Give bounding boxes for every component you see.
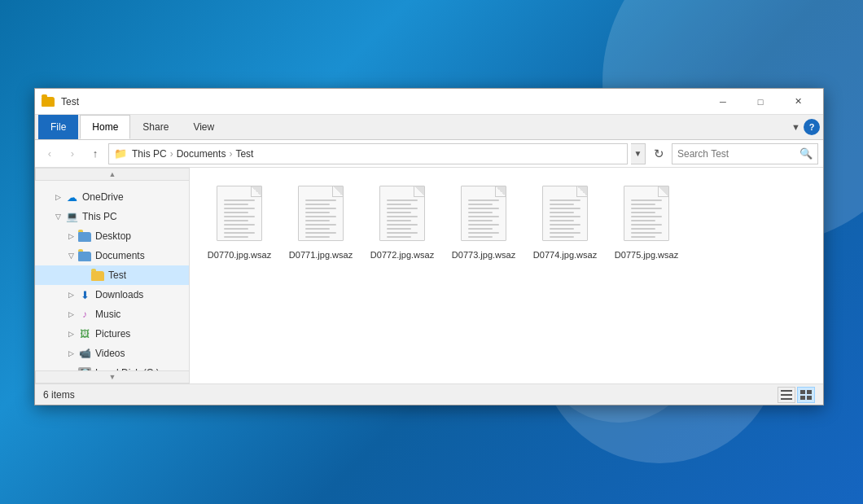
tab-home[interactable]: Home [80,115,130,139]
scroll-up-arrow[interactable]: ▲ [35,168,190,181]
file-item[interactable]: D0775.jpg.wsaz [610,181,683,265]
search-icon[interactable]: 🔍 [799,147,813,160]
music-label: Music [95,309,120,320]
desktop-icon [77,230,92,243]
tab-file[interactable]: File [38,115,78,139]
desktop-expand-arrow: ▷ [64,232,77,240]
back-button[interactable]: ‹ [40,144,59,164]
sidebar-item-videos[interactable]: ▷ 📹 Videos [35,344,189,363]
status-item-count: 6 items [43,389,778,401]
file-lines [631,199,662,240]
file-item[interactable]: D0770.jpg.wsaz [203,181,276,265]
svg-rect-2 [781,398,792,400]
file-name: D0770.jpg.wsaz [208,249,271,261]
details-icon [781,390,792,400]
downloads-icon: ⬇ [77,288,92,301]
window-icon [42,95,55,108]
file-lines [468,199,499,240]
file-icon [213,186,265,246]
file-item[interactable]: D0771.jpg.wsaz [284,181,357,265]
sidebar-item-documents[interactable]: ▽ Documents [35,246,189,265]
test-icon [90,269,105,282]
tab-view[interactable]: View [181,115,226,139]
refresh-button[interactable]: ↻ [649,144,668,164]
title-bar: Test ─ □ ✕ [35,89,823,115]
onedrive-expand-arrow: ▷ [51,193,64,201]
file-name: D0774.jpg.wsaz [533,249,597,261]
minimize-button[interactable]: ─ [704,89,742,115]
documents-icon [77,249,92,262]
file-icon [539,186,591,246]
path-sep-1: › [170,148,173,160]
scroll-down-arrow[interactable]: ▼ [35,370,190,383]
file-icon [295,186,347,246]
file-page [298,186,344,241]
help-button[interactable]: ? [804,119,820,135]
videos-label: Videos [95,348,125,359]
sidebar-item-pictures[interactable]: ▷ 🖼 Pictures [35,324,189,344]
sidebar: ▲ ▷ ☁ OneDrive ▽ 💻 This PC ▷ Desktop [35,168,190,383]
forward-button[interactable]: › [63,144,82,164]
view-large-icons-button[interactable] [797,387,815,403]
title-bar-icons [42,95,55,108]
videos-expand-arrow: ▷ [64,349,77,357]
file-lines [550,199,580,240]
path-sep-2: › [229,148,232,160]
this-pc-icon: 💻 [64,210,79,223]
file-page [379,186,425,241]
search-input[interactable] [677,148,799,160]
file-page [217,186,262,241]
sidebar-item-music[interactable]: ▷ ♪ Music [35,305,189,324]
path-part-test[interactable]: Test [235,148,253,160]
downloads-label: Downloads [95,289,143,300]
close-button[interactable]: ✕ [779,89,817,115]
view-controls [778,387,815,403]
file-name: D0773.jpg.wsaz [452,249,515,261]
svg-rect-1 [781,394,792,396]
music-expand-arrow: ▷ [64,310,77,318]
window-controls: ─ □ ✕ [704,89,817,115]
large-icons-icon [800,390,812,400]
ribbon-expand[interactable]: ▼ ? [791,119,820,135]
main-area: ▲ ▷ ☁ OneDrive ▽ 💻 This PC ▷ Desktop [35,168,823,383]
sidebar-item-desktop[interactable]: ▷ Desktop [35,226,189,246]
file-lines [305,199,336,240]
sidebar-item-onedrive[interactable]: ▷ ☁ OneDrive [35,187,189,207]
documents-expand-arrow: ▽ [64,252,77,260]
file-item[interactable]: D0774.jpg.wsaz [528,181,602,265]
sidebar-item-this-pc[interactable]: ▽ 💻 This PC [35,207,189,226]
view-details-button[interactable] [778,387,795,403]
file-page [542,186,588,241]
onedrive-label: OneDrive [82,191,124,203]
file-area: D0770.jpg.wsaz [190,168,823,383]
sidebar-item-test[interactable]: ▷ Test [35,265,189,285]
tab-share[interactable]: Share [130,115,181,139]
ribbon-tabs: File Home Share View ▼ ? [35,115,823,139]
status-bar: 6 items [35,383,823,405]
maximize-button[interactable]: □ [742,89,779,115]
folder-icon [42,97,55,107]
svg-rect-5 [800,396,805,400]
address-dropdown[interactable]: ▼ [631,143,646,164]
this-pc-expand-arrow: ▽ [51,213,64,221]
address-path[interactable]: 📁 This PC › Documents › Test [108,143,628,164]
window-title: Test [61,96,704,107]
file-name: D0775.jpg.wsaz [615,249,678,261]
sidebar-item-downloads[interactable]: ▷ ⬇ Downloads [35,285,189,305]
file-item[interactable]: D0773.jpg.wsaz [447,181,520,265]
videos-icon: 📹 [77,347,92,360]
file-page [624,186,669,241]
svg-rect-4 [807,390,812,394]
test-label: Test [108,270,126,281]
path-folder-icon: 📁 [114,147,127,160]
path-part-thispc[interactable]: This PC [132,148,167,160]
pictures-label: Pictures [95,328,130,340]
explorer-window: Test ─ □ ✕ File Home Share View ▼ ? ‹ › … [34,88,824,405]
up-button[interactable]: ↑ [85,144,105,164]
file-item[interactable]: D0772.jpg.wsaz [366,181,439,265]
this-pc-label: This PC [82,211,117,222]
expand-icon: ▼ [791,122,800,132]
path-part-documents[interactable]: Documents [177,148,226,160]
desktop-label: Desktop [95,230,131,242]
pictures-icon: 🖼 [77,327,92,340]
